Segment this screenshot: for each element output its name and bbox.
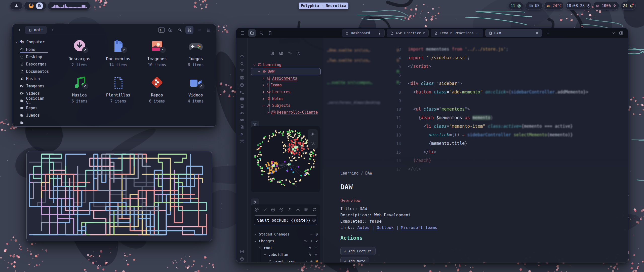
graph-filter-wand-icon[interactable] [311,142,315,146]
git-plus-action-icon[interactable] [314,246,318,250]
tab-list-dropdown-icon[interactable] [610,29,617,37]
crossed-tools-icon[interactable] [239,139,244,144]
folder-descargas[interactable]: Descargas2 items [61,38,98,67]
clear-message-icon[interactable] [312,218,319,222]
collapse-all-icon[interactable] [297,51,301,55]
folder-juegos[interactable]: Juegos8 items [177,38,215,67]
expand-chevron-icon[interactable] [257,70,261,73]
git-pull-icon[interactable] [296,207,300,212]
sidebar-item-descargas[interactable]: Descargas [12,60,53,68]
sidebar-item-repos[interactable]: Repos [12,104,53,112]
file-search-icon[interactable] [239,125,244,129]
notes-app-icon[interactable] [36,3,43,9]
git-row-graph-json[interactable]: graph.jsonM [254,259,318,262]
clock-widget[interactable]: 18:08:28 [566,2,592,10]
dollar-icon[interactable]: $ [239,132,244,137]
explorer-item-daw[interactable]: DAW [257,69,274,75]
compact-view-button[interactable] [205,26,213,34]
action-button--add-lecture[interactable]: + Add Lecture [340,247,376,255]
folder-plantillas[interactable]: Plantillas7 items [99,74,137,104]
notifications-widget[interactable]: 24 [621,2,636,10]
note-link[interactable]: Outlook [377,225,394,230]
new-folder-button[interactable] [166,26,174,34]
sidebar-item-documentos[interactable]: Documentos [12,68,53,75]
launcher-button[interactable] [10,2,23,10]
sidebar-item-home[interactable]: Home [12,46,53,53]
git-plus-action-icon[interactable] [310,239,313,243]
tab-dashboard[interactable]: Dashboard [342,29,385,37]
search-button[interactable] [176,26,184,34]
git-row--obsidian[interactable]: .obsidian [254,252,318,257]
action-button--add-note[interactable]: + Add Note [340,257,369,262]
sidebar-item-desktop[interactable]: Desktop [12,53,53,60]
explorer-item-learning[interactable]: Learning [253,62,281,68]
expand-chevron-icon[interactable] [263,253,267,256]
git-stage-all-icon[interactable] [271,207,275,212]
folder-musica[interactable]: Musica6 items [61,74,98,104]
template-code-icon[interactable]: <% [239,111,244,115]
open-terminal-button[interactable]: $_ [158,27,165,33]
git-plus-action-icon[interactable] [314,253,318,256]
note-link[interactable]: Microsoft Teams [401,225,437,230]
active-window-title[interactable]: Polyphia - Neurotica [298,2,349,9]
nav-back-button[interactable] [16,26,23,34]
nav-forward-button[interactable] [48,26,56,34]
files-tab-icon[interactable] [248,29,256,37]
expand-chevron-icon[interactable] [253,63,256,66]
keyboard-layout[interactable]: US [526,2,543,10]
sidebar-item-obsidian-v-[interactable]: Obsidian V… [12,97,53,104]
breadcrumb-part[interactable]: Learning [340,171,358,176]
tab-asp-practice-6[interactable]: ASP Practice 6 [387,29,429,37]
git-push-icon[interactable] [287,207,292,212]
sidebar-item-imagenes[interactable]: Imagenes [12,82,53,90]
graph-settings-icon[interactable] [311,132,315,136]
gamepad-icon[interactable] [239,118,244,122]
book-icon[interactable] [239,104,244,108]
git-check-icon[interactable] [263,207,267,212]
git-commit-icon[interactable] [254,207,259,212]
note-link[interactable]: Aules [357,225,369,230]
folder-repos[interactable]: Repos6 items [138,74,176,104]
volume-widget[interactable]: 100% [593,2,619,10]
expand-chevron-icon[interactable] [254,233,257,236]
sidebar-item-juegos[interactable]: Juegos [12,112,53,119]
breadcrumb[interactable]: matt [25,26,47,34]
sidebar-item-musica[interactable]: Musica [12,75,53,82]
tab-daw[interactable]: DAW [485,29,542,37]
graph-view-panel[interactable] [251,126,320,192]
git-change-list-icon[interactable] [304,207,308,212]
search-icon[interactable] [239,61,244,66]
git-undo-action-icon[interactable] [304,239,307,243]
sidebar-item-partial[interactable] [12,119,53,126]
commit-message-input[interactable] [254,218,312,223]
toggle-left-sidebar-icon[interactable] [239,29,246,37]
explorer-item-lectures[interactable]: Lectures [262,89,290,95]
bookmarks-tab-icon[interactable] [266,29,274,37]
git-row-root[interactable]: root [254,245,318,251]
git-unstage-all-icon[interactable] [279,207,284,212]
home-icon[interactable] [239,54,244,59]
note-breadcrumb[interactable]: Learning / DAW [340,171,372,176]
explorer-item-subjects[interactable]: Subjects [262,103,290,109]
breadcrumb-part[interactable]: DAW [365,171,372,176]
close-tab-icon[interactable] [535,31,539,35]
git-minus-action-icon[interactable] [310,232,313,236]
folder-documentos[interactable]: Documentos14 items [99,38,137,67]
expand-chevron-icon[interactable] [259,246,262,250]
updates-indicator[interactable]: 11 [509,2,523,10]
dashboard-icon[interactable] [239,75,244,80]
graph-icon[interactable] [239,68,244,73]
search-tab-icon[interactable] [257,29,265,37]
screensaver-pipes-window[interactable] [26,151,212,241]
tab-tema-6-pr-cticas-[interactable]: Tema 6 Prácticas -… [431,29,483,37]
git-row-staged-changes[interactable]: Staged Changes0 [254,231,318,237]
new-tab-button[interactable] [544,29,552,37]
new-folder-icon[interactable] [279,51,283,55]
firefox-icon[interactable] [28,3,34,9]
git-undo-action-icon[interactable] [304,260,307,262]
list-view-button[interactable] [195,26,203,34]
folder-videos[interactable]: Videos4 items [177,74,215,104]
folder-imagenes[interactable]: Imagenes10 items [138,38,176,67]
sidebar-section-header[interactable]: My Computer [12,38,53,46]
git-undo-action-icon[interactable] [308,253,312,256]
